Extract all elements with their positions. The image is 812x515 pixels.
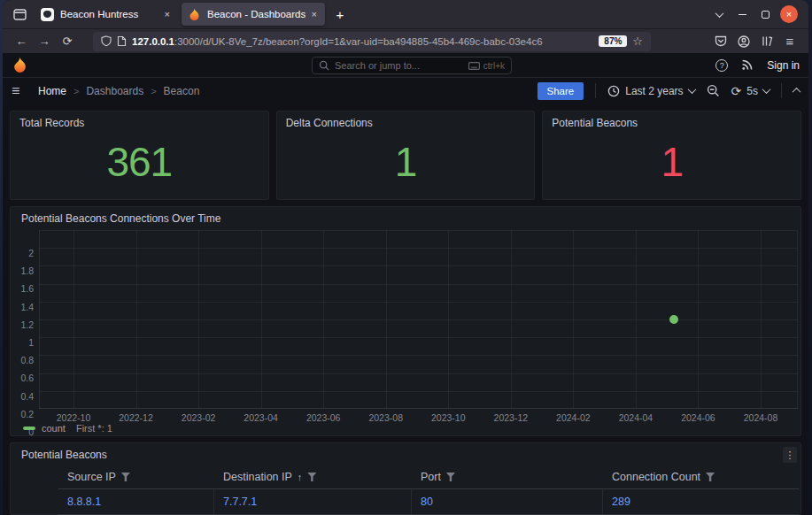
pocket-icon[interactable] [709,31,732,52]
gridline-horizontal [39,373,798,374]
column-header-destination-ip[interactable]: Destination IP↑ [214,468,412,488]
column-header-port[interactable]: Port [412,468,603,488]
shield-icon [101,35,112,47]
y-axis-label: 2 [28,248,34,258]
x-axis-label: 2024-04 [619,412,653,423]
close-button[interactable]: × [780,5,798,23]
tab-close-icon[interactable]: × [310,9,319,19]
panel-title[interactable]: Potential Beacons [552,117,792,129]
maximize-button[interactable] [754,3,777,26]
column-label: Destination IP [223,471,292,483]
y-axis-label: 1 [28,337,34,348]
chart-plot-area[interactable] [39,230,798,409]
search-icon [319,60,329,71]
github-favicon-icon [41,8,54,21]
x-axis-label: 2023-12 [494,412,529,423]
minimize-button[interactable] [731,3,754,26]
menu-icon[interactable]: ≡ [778,31,801,52]
search-shortcut: ctrl+k [483,61,505,71]
legend-series-label[interactable]: count [42,423,66,434]
tab-close-icon[interactable]: × [163,9,172,19]
cell-source-ip[interactable]: 8.8.8.1 [58,489,214,515]
tab-title: Beacon - Dashboards - Gr [207,9,305,19]
browser-titlebar: Beacon Huntress × Beacon - Dashboards - … [3,0,808,28]
y-axis: 00.20.40.60.811.21.41.61.82 [11,230,35,409]
panel-title[interactable]: Total Records [19,117,259,129]
back-icon[interactable]: ← [10,31,33,52]
filter-icon[interactable] [121,473,130,481]
grafana-logo-icon[interactable] [12,57,28,73]
gridline-vertical [636,230,637,409]
library-icon[interactable] [755,31,778,52]
page-info-icon[interactable] [117,35,127,47]
new-tab-button[interactable]: + [329,4,351,25]
table-panel: Potential Beacons ⋮ Source IPDestination… [10,442,801,515]
zoom-level-badge[interactable]: 87% [599,35,627,47]
bookmark-star-icon[interactable]: ☆ [632,35,643,48]
panel-title[interactable]: Delta Connections [286,117,526,129]
y-axis-line [39,230,40,409]
grafana-favicon-icon [188,8,201,21]
gridline-vertical [573,230,574,409]
stat-panel-delta-connections: Delta Connections 1 [276,111,536,200]
mega-menu-icon[interactable]: ≡ [12,83,33,99]
dashboard-toolbar: ≡ Home > Dashboards > Beacon Share Last … [3,78,808,104]
tab-title: Beacon Huntress [60,9,159,19]
stat-panel-total-records: Total Records 361 [10,111,269,200]
gridline-vertical [386,230,387,409]
news-rss-icon[interactable] [741,59,754,71]
table-row: 8.8.8.17.7.7.180289 [58,489,799,515]
search-input[interactable]: Search or jump to... ctrl+k [312,57,512,74]
panel-title[interactable]: Potential Beacons [21,449,107,461]
refresh-icon[interactable]: ⟳ [731,84,742,98]
column-label: Port [421,471,441,483]
gridline-horizontal [39,284,798,285]
help-icon[interactable]: ? [715,59,728,72]
url-bar[interactable]: 127.0.0.1:3000/d/UK-8Ve_7z/beacon?orgId=… [93,32,651,51]
gridline-vertical [73,230,74,409]
legend-calc-value: First *: 1 [76,423,112,434]
stat-value: 1 [552,129,792,194]
column-header-connection-count[interactable]: Connection Count [603,468,799,488]
forward-icon[interactable]: → [33,31,56,52]
time-range-picker[interactable]: Last 2 years [607,85,694,97]
share-button[interactable]: Share [537,82,584,100]
cell-destination-ip[interactable]: 7.7.7.1 [214,489,412,515]
gridline-vertical [323,230,324,409]
breadcrumb-home[interactable]: Home [38,85,66,97]
browser-toolbar: ← → ⟳ 127.0.0.1:3000/d/UK-8Ve_7z/beacon?… [3,28,808,53]
sign-in-link[interactable]: Sign in [767,59,800,72]
browser-tab-beacon-huntress[interactable]: Beacon Huntress × [35,3,178,26]
column-label: Source IP [67,471,116,483]
breadcrumb-dashboards[interactable]: Dashboards [86,85,143,97]
list-all-tabs-icon[interactable] [708,3,731,26]
cell-connection-count[interactable]: 289 [603,489,799,515]
gridline-vertical [698,230,699,409]
collapse-toolbar-icon[interactable] [793,88,801,96]
legend-swatch [23,427,35,430]
gridline-vertical [797,230,798,409]
x-axis-label: 2022-10 [57,412,91,423]
data-point[interactable] [669,315,678,324]
y-axis-label: 0.8 [20,355,34,365]
gridline-horizontal [39,230,798,231]
refresh-picker[interactable]: ⟳ 5s [731,84,769,98]
table-header-row: Source IPDestination IP↑PortConnection C… [58,468,799,489]
reload-icon[interactable]: ⟳ [56,31,79,52]
browser-tab-beacon-dashboards[interactable]: Beacon - Dashboards - Gr × [182,3,325,26]
column-header-source-ip[interactable]: Source IP [58,468,214,488]
panel-menu-icon[interactable]: ⋮ [783,447,797,463]
firefox-view-icon[interactable] [8,4,31,25]
filter-icon[interactable] [706,473,715,481]
keyboard-icon [468,62,480,70]
cell-port[interactable]: 80 [412,489,603,515]
zoom-out-icon[interactable] [707,84,720,97]
gridline-horizontal [39,319,798,320]
filter-icon[interactable] [307,473,316,481]
account-icon[interactable] [732,31,755,52]
filter-icon[interactable] [446,473,455,481]
breadcrumb-beacon[interactable]: Beacon [164,85,200,97]
gridline-horizontal [39,265,798,266]
panel-title[interactable]: Potential Beacons Connections Over Time [21,212,220,225]
y-axis-label: 0.2 [20,409,34,419]
